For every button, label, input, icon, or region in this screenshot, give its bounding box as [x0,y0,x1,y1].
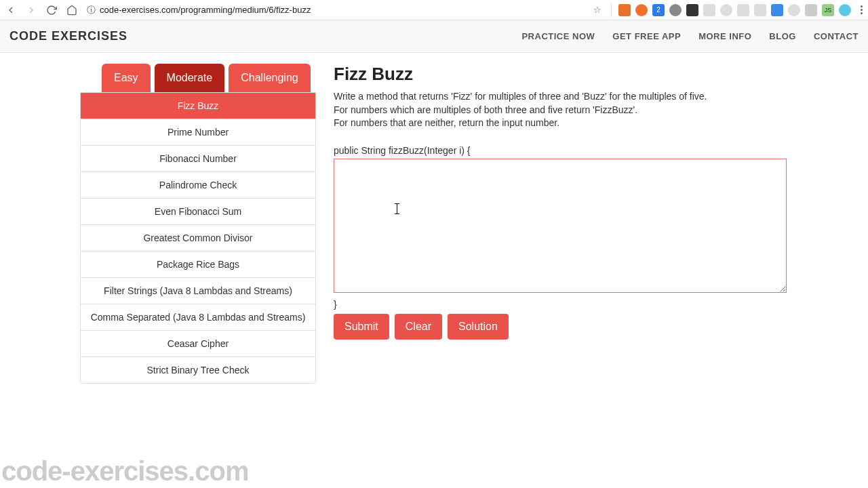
home-icon[interactable] [66,5,77,16]
reload-icon[interactable] [46,5,57,16]
ext-icon-14[interactable] [839,4,851,16]
site-logo[interactable]: CODE EXERCISES [9,29,127,43]
url-text: code-exercises.com/programming/medium/6/… [100,5,311,15]
ext-icon-4[interactable] [669,4,682,16]
ext-icon-8[interactable] [737,4,749,16]
problem-description: Write a method that returns 'Fizz' for m… [334,90,795,130]
main-content: Fizz Buzz Write a method that returns 'F… [334,64,795,340]
tab-challenging[interactable]: Challenging [229,64,311,92]
submit-button[interactable]: Submit [334,314,389,340]
ext-icon-3[interactable]: 2 [652,4,665,16]
problem-title: Fizz Buzz [334,64,795,85]
nav-blog[interactable]: BLOG [769,31,796,41]
list-item[interactable]: Prime Number [81,119,315,146]
ext-icon-12[interactable] [805,4,817,16]
address-bar[interactable]: ⓘ code-exercises.com/programming/medium/… [84,4,604,16]
list-item[interactable]: Fibonacci Number [81,146,315,172]
list-item[interactable]: Comma Separated (Java 8 Lambdas and Stre… [81,304,315,331]
site-header: CODE EXERCISES PRACTICE NOW GET FREE APP… [0,20,868,53]
list-item[interactable]: Filter Strings (Java 8 Lambdas and Strea… [81,278,315,304]
list-item[interactable]: Palindrome Check [81,172,315,199]
desc-line: For numbers which are multiples of both … [334,104,795,117]
ext-icon-11[interactable] [788,4,800,16]
nav-get-free-app[interactable]: GET FREE APP [612,31,681,41]
desc-line: For numbers that are neither, return the… [334,117,795,130]
code-input[interactable] [334,159,787,293]
info-icon: ⓘ [87,4,96,16]
forward-icon[interactable] [26,5,37,16]
difficulty-tabs: Easy Moderate Challenging [80,64,316,92]
list-item[interactable]: Strict Binary Tree Check [81,357,315,383]
list-item[interactable]: Package Rice Bags [81,251,315,278]
exercise-list: Fizz Buzz Prime Number Fibonacci Number … [80,92,316,384]
bookmark-star-icon[interactable]: ☆ [593,5,601,15]
list-item[interactable]: Even Fibonacci Sum [81,199,315,225]
ext-icon-10[interactable] [771,4,783,16]
list-item[interactable]: Greatest Common Divisor [81,225,315,251]
extensions-area: 2 JS [618,4,851,16]
action-buttons: Submit Clear Solution [334,314,795,340]
tab-moderate[interactable]: Moderate [155,64,225,92]
ext-icon-6[interactable] [703,4,715,16]
method-signature: public String fizzBuzz(Integer i) { [334,145,795,156]
ext-icon-5[interactable] [686,4,698,16]
method-closing: } [334,299,795,310]
ext-icon-13[interactable]: JS [822,4,834,16]
sidebar: Easy Moderate Challenging Fizz Buzz Prim… [80,64,316,384]
list-item[interactable]: Fizz Buzz [81,93,315,119]
back-icon[interactable] [5,5,16,16]
nav-contact[interactable]: CONTACT [814,31,859,41]
main-nav: PRACTICE NOW GET FREE APP MORE INFO BLOG… [521,31,859,41]
clear-button[interactable]: Clear [395,314,442,340]
ext-icon-7[interactable] [720,4,732,16]
ext-icon-9[interactable] [754,4,766,16]
solution-button[interactable]: Solution [448,314,509,340]
desc-line: Write a method that returns 'Fizz' for m… [334,90,795,104]
nav-practice-now[interactable]: PRACTICE NOW [521,31,595,41]
nav-more-info[interactable]: MORE INFO [698,31,751,41]
divider [611,3,612,17]
tab-easy[interactable]: Easy [102,64,151,92]
ext-icon-2[interactable] [635,4,648,16]
browser-toolbar: ⓘ code-exercises.com/programming/medium/… [0,0,868,20]
kebab-menu-icon[interactable] [861,5,863,14]
ext-icon-1[interactable] [618,4,631,16]
list-item[interactable]: Ceasar Cipher [81,331,315,357]
